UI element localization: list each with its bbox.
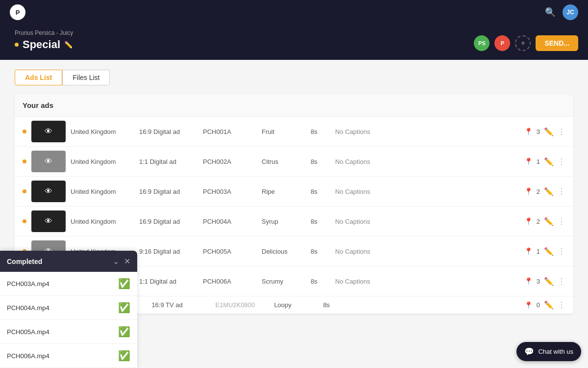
more-options-icon[interactable]: ⋮	[558, 247, 565, 256]
app-logo[interactable]: P	[10, 4, 25, 20]
collapse-icon[interactable]: ⌄	[113, 257, 119, 266]
more-options-icon[interactable]: ⋮	[558, 127, 565, 136]
ad-thumbnail[interactable]: 👁	[31, 151, 66, 172]
ad-thumbnail[interactable]: 👁	[31, 181, 66, 202]
list-item: PCH006A.mp4 ✅	[0, 344, 137, 368]
col-format: 1:1 Digital ad	[139, 278, 198, 285]
more-options-icon[interactable]: ⋮	[558, 277, 565, 286]
col-country: United Kingdom	[71, 218, 134, 225]
edit-row-icon[interactable]: ✏️	[544, 187, 554, 196]
edit-row-icon[interactable]: ✏️	[544, 247, 554, 256]
col-label: Fruit	[262, 128, 306, 135]
add-collaborator-button[interactable]: +	[515, 35, 531, 51]
col-duration: 8s	[311, 128, 330, 135]
breadcrumb-right-actions: PS P + SEND...	[474, 35, 578, 51]
col-duration: 8s	[311, 278, 330, 285]
pin-icon: 📍	[524, 128, 533, 135]
search-icon[interactable]: 🔍	[545, 7, 556, 18]
tab-files-list[interactable]: Files List	[62, 70, 110, 85]
col-label: Scrumy	[262, 278, 306, 285]
destinations-count: 1	[537, 248, 540, 255]
edit-row-icon[interactable]: ✏️	[544, 217, 554, 226]
col-duration: 8s	[311, 188, 330, 195]
edit-title-icon[interactable]: ✏️	[64, 41, 73, 49]
chat-button[interactable]: 💬 Chat with us	[516, 342, 581, 361]
col-label: Citrus	[262, 158, 306, 165]
check-icon: ✅	[118, 326, 130, 338]
tab-ads-list[interactable]: Ads List	[15, 70, 62, 85]
edit-row-icon[interactable]: ✏️	[544, 277, 554, 286]
col-country: United Kingdom	[71, 188, 134, 195]
ad-thumbnail[interactable]: 👁	[31, 210, 66, 232]
eye-icon: 👁	[45, 187, 52, 196]
col-duration: 8s	[311, 248, 330, 255]
status-dot	[23, 159, 26, 163]
col-code: PCH006A	[203, 278, 257, 285]
send-button[interactable]: SEND...	[536, 35, 578, 51]
chat-button-label: Chat with us	[538, 348, 573, 355]
col-format: 16:9 Digital ad	[139, 218, 198, 225]
completed-panel-title: Completed	[7, 258, 42, 265]
list-item: PCH005A.mp4 ✅	[0, 320, 137, 344]
eye-icon: 👁	[45, 217, 52, 226]
ad-thumbnail[interactable]: 👁	[31, 121, 66, 142]
avatar-ps[interactable]: PS	[474, 35, 490, 51]
more-options-icon[interactable]: ⋮	[558, 300, 565, 310]
filename-label: PCH003A.mp4	[7, 280, 49, 288]
table-row: 👁 United Kingdom 16:9 Digital ad PCH003A…	[15, 177, 573, 207]
edit-row-icon[interactable]: ✏️	[544, 300, 554, 310]
pin-icon: 📍	[524, 217, 533, 225]
status-dot	[15, 43, 19, 47]
chat-bubble-icon: 💬	[524, 347, 534, 356]
col-label: Loopy	[274, 301, 318, 309]
more-options-icon[interactable]: ⋮	[558, 187, 565, 196]
col-country: United Kingdom	[71, 128, 134, 135]
filename-label: PCH005A.mp4	[7, 328, 49, 336]
completed-panel: Completed ⌄ ✕ PCH003A.mp4 ✅ PCH004A.mp4 …	[0, 251, 137, 368]
check-icon: ✅	[118, 350, 130, 362]
col-label: Delicious	[262, 248, 306, 255]
pin-icon: 📍	[524, 277, 533, 285]
destinations-count: 3	[537, 278, 540, 285]
col-actions: 📍 1 ✏️ ⋮	[524, 247, 565, 256]
check-icon: ✅	[118, 302, 130, 314]
more-options-icon[interactable]: ⋮	[558, 157, 565, 166]
filename-label: PCH004A.mp4	[7, 304, 49, 312]
status-dot	[23, 189, 26, 193]
col-captions: No Captions	[335, 188, 519, 195]
col-duration: 8s	[323, 301, 343, 309]
col-country: United Kingdom	[71, 158, 134, 165]
ads-table-header: Your ads	[15, 94, 573, 117]
avatar-p[interactable]: P	[494, 35, 510, 51]
destinations-count: 2	[537, 188, 540, 195]
status-dot	[23, 219, 26, 223]
col-format: 1:1 Digital ad	[139, 158, 198, 165]
col-actions: 📍 2 ✏️ ⋮	[524, 187, 565, 196]
topnav-right: 🔍 JC	[545, 4, 578, 20]
col-actions: 📍 3 ✏️ ⋮	[524, 277, 565, 286]
col-captions: No Captions	[335, 248, 519, 255]
filename-label: PCH006A.mp4	[7, 352, 49, 360]
avatar[interactable]: JC	[563, 4, 578, 20]
edit-row-icon[interactable]: ✏️	[544, 157, 554, 166]
col-duration: 8s	[311, 158, 330, 165]
close-panel-icon[interactable]: ✕	[124, 257, 130, 266]
more-options-icon[interactable]: ⋮	[558, 217, 565, 226]
page-title: Special	[23, 38, 60, 51]
pin-icon: 📍	[524, 301, 533, 309]
col-code: PCH003A	[203, 188, 257, 195]
col-captions: No Captions	[335, 128, 519, 135]
pin-icon: 📍	[524, 187, 533, 195]
list-item: PCH003A.mp4 ✅	[0, 272, 137, 296]
col-captions: No Captions	[335, 278, 519, 285]
topnav: P 🔍 JC	[0, 0, 588, 25]
col-label: Ripe	[262, 188, 306, 195]
col-label: Syrup	[262, 218, 306, 225]
pin-icon: 📍	[524, 158, 533, 165]
col-format: 9:16 Digital ad	[139, 248, 198, 255]
col-code: E1MU2K0800	[215, 301, 269, 309]
col-actions: 📍 1 ✏️ ⋮	[524, 157, 565, 166]
check-icon: ✅	[118, 278, 130, 289]
edit-row-icon[interactable]: ✏️	[544, 127, 554, 136]
destinations-count: 0	[537, 301, 540, 309]
